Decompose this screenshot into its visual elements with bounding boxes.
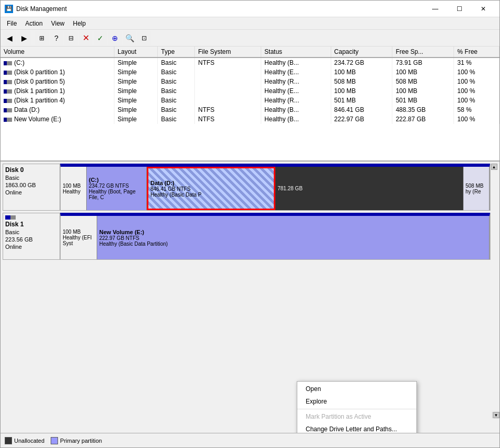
disk0-part-c-status: Healthy (Boot, Page File, C bbox=[89, 189, 144, 200]
maximize-button[interactable]: ☐ bbox=[447, 1, 471, 17]
toolbar-grid[interactable]: ⊡ bbox=[137, 31, 151, 45]
col-percentfree[interactable]: % Free bbox=[454, 47, 499, 58]
legend-unallocated: Unallocated bbox=[5, 437, 44, 444]
toolbar-add[interactable]: ⊕ bbox=[108, 31, 122, 45]
disk1-type: Basic bbox=[5, 229, 57, 235]
context-menu-item: Mark Partition as Active bbox=[297, 410, 416, 423]
disk1-part-e-status: Healthy (Basic Data Partition) bbox=[99, 241, 487, 247]
disk0-part1-size: 100 MB bbox=[63, 183, 84, 189]
context-menu: OpenExploreMark Partition as ActiveChang… bbox=[297, 381, 417, 433]
menu-action[interactable]: Action bbox=[21, 19, 46, 28]
menubar: File Action View Help bbox=[1, 17, 499, 30]
legend: Unallocated Primary partition bbox=[1, 433, 499, 447]
disk0-part5-status: hy (Re bbox=[466, 189, 487, 194]
disk0-part-c-size: 234.72 GB NTFS bbox=[89, 183, 144, 189]
toolbar-forward[interactable]: ▶ bbox=[17, 31, 31, 45]
disk0-label: Disk 0 Basic 1863.00 GB Online bbox=[3, 164, 60, 211]
table-row[interactable]: (Disk 0 partition 5)SimpleBasicHealthy (… bbox=[1, 77, 499, 86]
minimize-button[interactable]: — bbox=[423, 1, 447, 17]
toolbar-help[interactable]: ? bbox=[50, 31, 63, 45]
disk0-part-c-name: (C:) bbox=[89, 177, 144, 183]
disk0-row: Disk 0 Basic 1863.00 GB Online 100 MB He… bbox=[3, 164, 497, 211]
disk0-part5[interactable]: 508 MB hy (Re bbox=[463, 167, 490, 210]
toolbar-btn2[interactable]: ⊟ bbox=[64, 31, 78, 45]
disk1-part-e-size: 222.97 GB NTFS bbox=[99, 235, 487, 241]
disk1-part1-size: 100 MB bbox=[63, 229, 95, 235]
toolbar-check[interactable]: ✓ bbox=[94, 31, 107, 45]
context-menu-separator bbox=[297, 409, 416, 409]
table-row[interactable]: (Disk 1 partition 1)SimpleBasicHealthy (… bbox=[1, 86, 499, 96]
disk0-unallocated-size: 781.28 GB bbox=[277, 186, 461, 191]
disk0-part-c[interactable]: (C:) 234.72 GB NTFS Healthy (Boot, Page … bbox=[87, 167, 147, 210]
table-row[interactable]: Data (D:)SimpleBasicNTFSHealthy (B...846… bbox=[1, 105, 499, 114]
menu-file[interactable]: File bbox=[3, 19, 21, 28]
toolbar: ◀ ▶ ⊞ ? ⊟ ✕ ✓ ⊕ 🔍 ⊡ bbox=[1, 30, 499, 47]
disk0-type: Basic bbox=[5, 175, 57, 181]
disk0-part-d-size: 846.41 GB NTFS bbox=[150, 186, 272, 192]
toolbar-search[interactable]: 🔍 bbox=[123, 31, 136, 45]
disk0-size: 1863.00 GB bbox=[5, 182, 57, 188]
menu-view[interactable]: View bbox=[47, 19, 69, 28]
col-layout[interactable]: Layout bbox=[114, 47, 158, 58]
col-capacity[interactable]: Capacity bbox=[331, 47, 392, 58]
disk0-part-d-status: Healthy (Basic Data P bbox=[150, 192, 272, 198]
legend-primary-label: Primary partition bbox=[60, 438, 102, 444]
disk0-status: Online bbox=[5, 189, 57, 196]
window-title: Disk Management bbox=[16, 5, 67, 13]
disk0-unallocated[interactable]: 781.28 GB bbox=[275, 167, 463, 210]
col-type[interactable]: Type bbox=[158, 47, 195, 58]
table-row[interactable]: (Disk 0 partition 1)SimpleBasicHealthy (… bbox=[1, 67, 499, 77]
col-status[interactable]: Status bbox=[261, 47, 331, 58]
disk1-name: Disk 1 bbox=[5, 221, 57, 228]
disk1-partitions: 100 MB Healthy (EFI Syst New Volume (E:)… bbox=[60, 213, 490, 260]
disk1-row: Disk 1 Basic 223.56 GB Online 100 MB Hea… bbox=[3, 213, 497, 260]
disk1-label: Disk 1 Basic 223.56 GB Online bbox=[3, 213, 60, 260]
disk0-part5-size: 508 MB bbox=[466, 183, 487, 189]
table-row[interactable]: (C:)SimpleBasicNTFSHealthy (B...234.72 G… bbox=[1, 58, 499, 67]
disk1-part1-status: Healthy (EFI Syst bbox=[63, 235, 95, 246]
disk0-partitions: 100 MB Healthy (C:) 234.72 GB NTFS Healt… bbox=[60, 164, 490, 211]
menu-help[interactable]: Help bbox=[69, 19, 90, 28]
disk1-size: 223.56 GB bbox=[5, 236, 57, 243]
disk0-part-d-name: Data (D:) bbox=[150, 180, 272, 186]
toolbar-btn1[interactable]: ⊞ bbox=[35, 31, 49, 45]
disk0-part-d[interactable]: Data (D:) 846.41 GB NTFS Healthy (Basic … bbox=[147, 167, 275, 210]
legend-unallocated-label: Unallocated bbox=[14, 438, 44, 444]
disk1-part-e-name: New Volume (E:) bbox=[99, 229, 487, 235]
disk1-status: Online bbox=[5, 244, 57, 250]
titlebar-left: 💾 Disk Management bbox=[5, 5, 67, 13]
toolbar-back[interactable]: ◀ bbox=[3, 31, 16, 45]
app-icon: 💾 bbox=[5, 5, 13, 13]
legend-primary-box bbox=[51, 437, 58, 444]
disk1-part-e[interactable]: New Volume (E:) 222.97 GB NTFS Healthy (… bbox=[97, 216, 490, 259]
titlebar: 💾 Disk Management — ☐ ✕ bbox=[1, 1, 499, 17]
legend-primary: Primary partition bbox=[51, 437, 102, 444]
volume-table: Volume Layout Type File System Status Ca… bbox=[1, 47, 499, 124]
disk-management-window: 💾 Disk Management — ☐ ✕ File Action View… bbox=[0, 0, 500, 448]
context-menu-item[interactable]: Explore bbox=[297, 395, 416, 408]
disk1-part1[interactable]: 100 MB Healthy (EFI Syst bbox=[61, 216, 97, 259]
close-button[interactable]: ✕ bbox=[471, 1, 495, 17]
context-menu-item[interactable]: Open bbox=[297, 383, 416, 395]
disk0-part1[interactable]: 100 MB Healthy bbox=[61, 167, 87, 210]
volume-table-area: Volume Layout Type File System Status Ca… bbox=[1, 47, 499, 162]
context-menu-item[interactable]: Change Drive Letter and Paths... bbox=[297, 423, 416, 433]
titlebar-controls: — ☐ ✕ bbox=[423, 1, 495, 17]
table-row[interactable]: New Volume (E:)SimpleBasicNTFSHealthy (B… bbox=[1, 114, 499, 124]
legend-unallocated-box bbox=[5, 437, 12, 444]
disk-graphical-area: Disk 0 Basic 1863.00 GB Online 100 MB He… bbox=[1, 162, 499, 433]
col-freespace[interactable]: Free Sp... bbox=[392, 47, 454, 58]
disk0-part1-status: Healthy bbox=[63, 189, 84, 194]
col-filesystem[interactable]: File System bbox=[195, 47, 261, 58]
toolbar-delete[interactable]: ✕ bbox=[79, 31, 92, 45]
table-row[interactable]: (Disk 1 partition 4)SimpleBasicHealthy (… bbox=[1, 96, 499, 105]
col-volume[interactable]: Volume bbox=[1, 47, 114, 58]
disk0-name: Disk 0 bbox=[5, 166, 57, 174]
